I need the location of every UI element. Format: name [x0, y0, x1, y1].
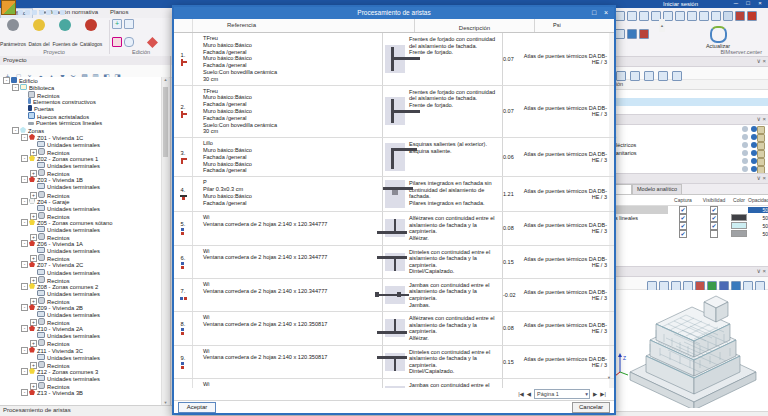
cancelar-button[interactable]: Cancelar — [572, 402, 610, 413]
eye-icon[interactable] — [742, 134, 748, 140]
save-icon[interactable] — [18, 10, 23, 15]
tree-item-recintos[interactable]: +Recintos — [0, 169, 161, 176]
collapse-icon[interactable]: ∨ — [756, 175, 760, 181]
tree-item-edificio[interactable]: -Edificio — [0, 77, 161, 84]
table-row[interactable]: 7.WiVentana corredera de 2 hojas 2:140 x… — [174, 279, 614, 312]
photo-add-icon[interactable] — [644, 71, 654, 81]
collapse-toggle[interactable]: - — [12, 84, 19, 91]
section-icon[interactable] — [699, 11, 709, 21]
collapse-toggle[interactable]: - — [21, 240, 28, 247]
views-icon[interactable] — [658, 71, 668, 81]
color-swatch[interactable] — [730, 214, 748, 222]
table-row[interactable]: 6.WiVentana corredera de 2 hojas 2:140 x… — [174, 246, 614, 279]
views2-icon[interactable] — [672, 71, 682, 81]
table-row[interactable]: 1.TFreuMuro básico:BásicoFachada /genera… — [174, 33, 614, 86]
login-button[interactable]: Iniciar sesión — [663, 1, 698, 7]
collapse-icon[interactable]: ∨ — [756, 268, 760, 274]
captura-checkbox[interactable]: ✔ — [668, 222, 698, 230]
tree-item-unidades-terminales[interactable]: Unidades terminales — [0, 375, 161, 382]
eye-icon[interactable] — [742, 142, 748, 148]
collapse-icon[interactable]: ∨ — [756, 116, 760, 122]
tree-item-unidades-terminales[interactable]: Unidades terminales — [0, 162, 161, 169]
actualizar-button[interactable]: Actualizar — [696, 26, 740, 49]
eye-icon[interactable] — [742, 126, 748, 132]
tree-item-zonas[interactable]: -Zonas — [0, 127, 161, 134]
tree-item-recintos[interactable]: Recintos — [0, 91, 161, 98]
collapse-toggle[interactable]: - — [21, 368, 28, 375]
add-icon[interactable]: + — [112, 19, 122, 29]
table-row[interactable]: 3.LilloMuro básico:BásicoFachada /genera… — [174, 138, 614, 177]
measure-icon[interactable] — [711, 11, 721, 21]
cat-logos-button[interactable]: Catálogos — [78, 19, 104, 50]
dialog-close-icon[interactable]: × — [600, 7, 612, 19]
tree-item-z12-zonas-comunes-3[interactable]: -Z12 - Zonas comunes 3 — [0, 368, 161, 375]
captura-checkbox[interactable]: ✔ — [668, 206, 698, 214]
visibility-row[interactable]: os lineales✔✔50 — [612, 214, 768, 222]
collapse-toggle[interactable]: - — [21, 389, 28, 396]
tree-item-recintos[interactable]: +Recintos — [0, 233, 161, 240]
eye-icon[interactable] — [742, 150, 748, 156]
close-panel-icon[interactable]: × — [762, 58, 766, 64]
page-select[interactable]: Página 1▾ — [534, 389, 590, 399]
tree-item-unidades-terminales[interactable]: Unidades terminales — [0, 332, 161, 339]
collapse-toggle[interactable]: - — [21, 219, 28, 226]
tree-item-z08-zonas-comunes-2[interactable]: -Z08 - Zonas comunes 2 — [0, 283, 161, 290]
view3d-canvas[interactable]: Z — [612, 290, 768, 411]
eye-icon[interactable] — [742, 158, 748, 164]
list-item-selected[interactable] — [612, 98, 768, 106]
visibilidad-checkbox[interactable]: ✔ — [698, 206, 730, 214]
tree-item-z06-vivienda-1a[interactable]: -Z06 - Vivienda 1A — [0, 240, 161, 247]
undo-icon[interactable] — [25, 10, 30, 15]
tree-item-unidades-terminales[interactable]: Unidades terminales — [0, 269, 161, 276]
erase-icon[interactable] — [112, 37, 122, 47]
tree-scrollbar[interactable]: ▲▼ — [161, 77, 169, 405]
tree-item-recintos[interactable]: +Recintos — [0, 148, 161, 155]
tree-item-recintos[interactable]: +Recintos — [0, 297, 161, 304]
tree-item-recintos[interactable]: +Recintos — [0, 276, 161, 283]
tree-item-z09-vivienda-2b[interactable]: -Z09 - Vivienda 2B — [0, 304, 161, 311]
visibility-row[interactable]: ✔✔50 — [612, 206, 768, 214]
list-item[interactable] — [612, 90, 768, 98]
tree-item-recintos[interactable]: +Recintos — [0, 382, 161, 389]
tab-modelo-analitico[interactable]: Modelo analítico — [632, 184, 682, 194]
tree-item-unidades-terminales[interactable]: Unidades terminales — [0, 226, 161, 233]
tab-planos[interactable]: Planos — [104, 8, 134, 18]
opacidad-value[interactable]: 50 — [748, 231, 768, 237]
list-item[interactable] — [612, 106, 768, 114]
tree-item-z05-zonas-comunes-s-tano[interactable]: -Z05 - Zonas comunes sótano — [0, 219, 161, 226]
collapse-toggle[interactable]: - — [12, 127, 19, 134]
table-row[interactable]: 2.TFreuMuro básico:BásicoFachada /genera… — [174, 86, 614, 139]
close-panel-icon[interactable]: × — [762, 268, 766, 274]
table-row[interactable]: 8.WiVentana corredera de 2 hojas 2:140 x… — [174, 312, 614, 345]
tree-item-puentes-t-rmicos-lineales[interactable]: Puentes térmicos lineales — [0, 120, 161, 127]
tree-item-huecos-acristalados[interactable]: Huecos acristalados — [0, 112, 161, 119]
collapse-icon[interactable]: ∨ — [756, 58, 760, 64]
visibilidad-checkbox[interactable]: ✔ — [698, 214, 730, 222]
opacidad-value[interactable]: 50 — [748, 223, 768, 229]
tree-item-z13-vivienda-3b[interactable]: -Z13 - Vivienda 3B — [0, 389, 161, 396]
tree-item-z10-vivienda-2a[interactable]: -Z10 - Vivienda 2A — [0, 325, 161, 332]
tree-item-unidades-terminales[interactable]: Unidades terminales — [0, 311, 161, 318]
collapse-toggle[interactable]: - — [21, 155, 28, 162]
prev-page-button[interactable]: ◀ — [527, 391, 531, 397]
layer-row[interactable] — [612, 125, 768, 133]
tree-item-recintos[interactable]: +Recintos — [0, 212, 161, 219]
color-swatch[interactable] — [730, 222, 748, 230]
tree-item-z04-garaje[interactable]: -Z04 - Garaje — [0, 198, 161, 205]
tree-item-unidades-terminales[interactable]: Unidades terminales — [0, 290, 161, 297]
settings-icon[interactable] — [53, 10, 58, 15]
tree-item-z03-vivienda-1b[interactable]: -Z03 - Vivienda 1B — [0, 176, 161, 183]
tree-item-unidades-terminales[interactable]: Unidades terminales — [0, 247, 161, 254]
opacidad-value[interactable]: 50 — [748, 215, 768, 221]
aceptar-button[interactable]: Aceptar — [178, 402, 216, 413]
tree-item-unidades-terminales[interactable]: Unidades terminales — [0, 354, 161, 361]
tree-item-recintos[interactable]: +Recintos — [0, 318, 161, 325]
color-swatch[interactable] — [730, 230, 748, 238]
table-row[interactable]: 9.WiVentana corredera de 2 hojas 2:140 x… — [174, 346, 614, 379]
close-panel-icon[interactable]: × — [762, 175, 766, 181]
close-button[interactable]: × — [754, 0, 766, 6]
tree-item-z02-zonas-comunes-1[interactable]: -Z02 - Zonas comunes 1 — [0, 155, 161, 162]
layer-row[interactable]: e — [612, 133, 768, 141]
tree-item-unidades-terminales[interactable]: Unidades terminales — [0, 141, 161, 148]
captura-checkbox[interactable]: ✔ — [668, 214, 698, 222]
